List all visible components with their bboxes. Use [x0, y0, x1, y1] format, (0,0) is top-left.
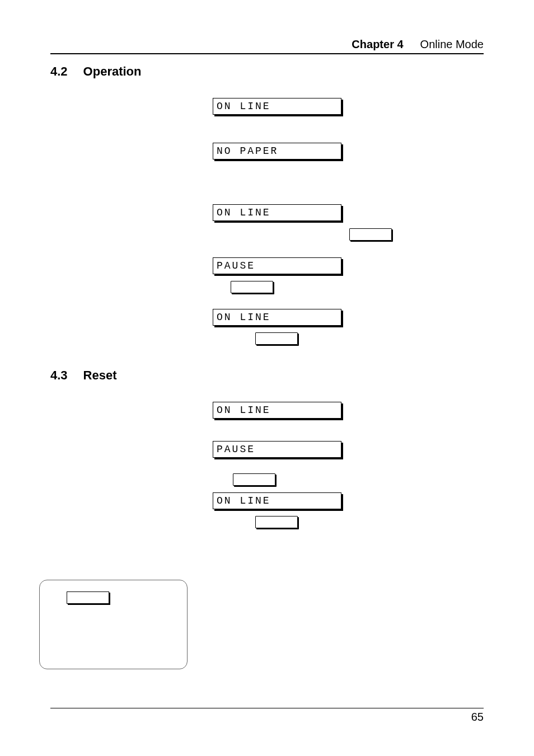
page-number: 65 — [471, 711, 484, 723]
operation-display-column: ON LINE NO PAPER ON LINE PAUSE ON LINE — [213, 98, 484, 351]
key-row — [255, 516, 484, 528]
printer-key-icon — [231, 281, 273, 293]
lcd-display: ON LINE — [213, 402, 341, 419]
printer-key-icon — [255, 332, 298, 345]
lcd-display: PAUSE — [213, 257, 341, 274]
document-page: Chapter 4 Online Mode 4.2 Operation ON L… — [0, 0, 534, 756]
section-number: 4.3 — [50, 368, 68, 383]
page-header: Chapter 4 Online Mode — [50, 38, 484, 54]
printer-key-icon — [67, 591, 109, 604]
note-box — [39, 580, 188, 669]
lcd-display: PAUSE — [213, 441, 341, 458]
key-row — [233, 473, 484, 486]
reset-display-column: ON LINE PAUSE ON LINE — [213, 402, 484, 535]
lcd-display: NO PAPER — [213, 143, 341, 159]
page-footer: 65 — [50, 708, 484, 724]
lcd-display: ON LINE — [213, 309, 341, 326]
key-row — [231, 281, 484, 293]
chapter-title: Online Mode — [420, 38, 484, 51]
section-title: Operation — [83, 64, 142, 79]
section-heading-operation: 4.2 Operation — [50, 64, 484, 79]
section-heading-reset: 4.3 Reset — [50, 368, 484, 383]
chapter-label: Chapter 4 — [352, 38, 403, 51]
lcd-display: ON LINE — [213, 492, 341, 509]
printer-key-icon — [233, 473, 275, 486]
section-number: 4.2 — [50, 64, 68, 79]
section-title: Reset — [83, 368, 117, 383]
printer-key-icon — [349, 228, 392, 241]
lcd-display: ON LINE — [213, 204, 341, 221]
lcd-display: ON LINE — [213, 98, 341, 115]
key-row — [255, 332, 484, 345]
printer-key-icon — [255, 516, 298, 528]
key-row — [349, 228, 484, 241]
